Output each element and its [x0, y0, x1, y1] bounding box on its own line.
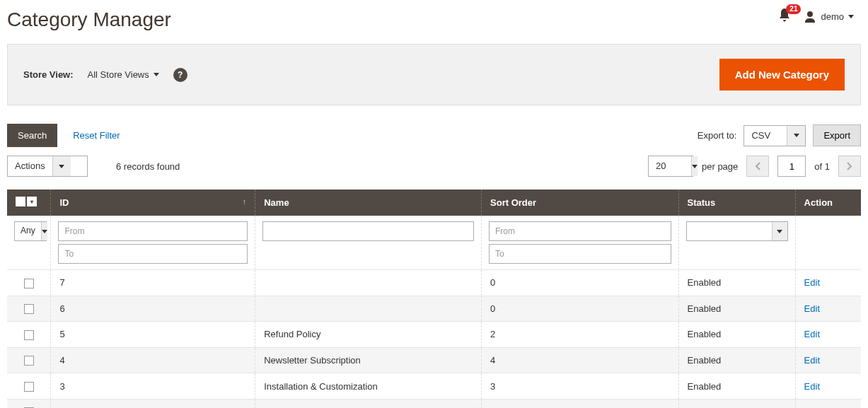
filter-sort-from[interactable]	[489, 221, 671, 241]
category-table: ▾ ID↑ Name Sort Order Status Action Any	[7, 190, 861, 408]
cell-name: Installation & Customization	[255, 373, 482, 400]
chevron-down-icon	[772, 222, 787, 240]
cell-status: Enabled	[678, 270, 795, 296]
reset-filter-button[interactable]: Reset Filter	[73, 130, 120, 141]
cell-sort: 4	[482, 347, 679, 373]
filter-checkbox-select[interactable]: Any	[14, 221, 47, 241]
cell-sort: 3	[482, 373, 679, 400]
chevron-down-icon	[691, 156, 698, 176]
filter-sort-to[interactable]	[489, 244, 671, 264]
chevron-down-icon	[41, 222, 47, 240]
filter-id-to[interactable]	[58, 244, 248, 264]
store-view-value: All Store Views	[88, 69, 149, 80]
cell-status: Enabled	[678, 296, 795, 322]
cell-status: Enabled	[678, 373, 795, 400]
page-of-label: of 1	[814, 161, 830, 172]
chevron-down-icon	[52, 156, 71, 176]
col-id[interactable]: ID↑	[51, 190, 255, 216]
cell-status: Enabled	[678, 322, 795, 348]
table-row[interactable]: 60EnabledEdit	[7, 296, 861, 322]
cell-sort: 2	[482, 322, 679, 348]
user-menu[interactable]: demo	[804, 10, 854, 23]
cell-name: Refund Policy	[255, 322, 482, 348]
per-page-select[interactable]: 20	[648, 156, 693, 177]
edit-link[interactable]: Edit	[804, 329, 820, 339]
filter-id-from[interactable]	[58, 221, 248, 241]
filter-name[interactable]	[262, 221, 474, 241]
edit-link[interactable]: Edit	[804, 277, 820, 288]
chevron-down-icon: ▾	[27, 197, 37, 206]
col-name[interactable]: Name	[255, 190, 482, 216]
page-title: Category Manager	[7, 8, 171, 31]
sort-asc-icon: ↑	[243, 197, 247, 206]
next-page-button[interactable]	[838, 156, 861, 177]
export-format-select[interactable]: CSV	[743, 125, 806, 146]
cell-sort: 0	[482, 296, 679, 322]
export-label: Export to:	[698, 130, 737, 141]
filter-status-select[interactable]	[686, 221, 788, 241]
cell-id: 5	[51, 322, 255, 348]
row-checkbox[interactable]	[24, 279, 34, 288]
col-sort[interactable]: Sort Order	[482, 190, 679, 216]
page-input[interactable]	[777, 156, 806, 177]
add-category-button[interactable]: Add New Category	[719, 59, 845, 91]
help-icon[interactable]: ?	[173, 68, 187, 82]
cell-id: 3	[51, 373, 255, 400]
cell-status: Enabled	[678, 347, 795, 373]
cell-id: 4	[51, 347, 255, 373]
cell-sort: 1	[482, 399, 679, 408]
cell-name	[255, 270, 482, 296]
cell-id: 1	[51, 399, 255, 408]
col-action: Action	[795, 190, 861, 216]
chevron-right-icon	[847, 162, 852, 170]
store-view-label: Store View:	[23, 69, 74, 80]
chevron-left-icon	[755, 162, 760, 170]
store-view-select[interactable]: All Store Views	[88, 69, 159, 80]
table-row[interactable]: 3Installation & Customization3EnabledEdi…	[7, 373, 861, 400]
edit-link[interactable]: Edit	[804, 381, 820, 392]
notifications-button[interactable]: 21	[778, 8, 794, 24]
cell-status: Enabled	[678, 399, 795, 408]
actions-select[interactable]: Actions	[7, 156, 88, 177]
export-button[interactable]: Export	[813, 124, 861, 146]
export-format-value: CSV	[744, 126, 787, 146]
row-checkbox[interactable]	[24, 304, 34, 314]
row-checkbox[interactable]	[24, 356, 34, 366]
table-row[interactable]: 4Newsletter Subscription4EnabledEdit	[7, 347, 861, 373]
table-row[interactable]: 5Refund Policy2EnabledEdit	[7, 322, 861, 348]
filter-status-value	[687, 222, 772, 240]
filter-checkbox-value: Any	[15, 222, 41, 240]
actions-value: Actions	[8, 156, 52, 176]
cell-id: 6	[51, 296, 255, 322]
cell-name: Newsletter Subscription	[255, 347, 482, 373]
col-status[interactable]: Status	[678, 190, 795, 216]
chevron-down-icon	[848, 15, 854, 18]
chevron-down-icon	[154, 73, 159, 76]
edit-link[interactable]: Edit	[804, 355, 820, 366]
per-page-label: per page	[702, 161, 738, 172]
checkbox-icon	[16, 197, 25, 206]
edit-link[interactable]: Edit	[804, 303, 820, 314]
table-row[interactable]: 70EnabledEdit	[7, 270, 861, 296]
col-checkbox[interactable]: ▾	[7, 190, 51, 216]
svg-point-0	[807, 11, 813, 17]
row-checkbox[interactable]	[24, 330, 34, 340]
cell-name	[255, 296, 482, 322]
chevron-down-icon	[787, 126, 805, 146]
search-button[interactable]: Search	[7, 124, 57, 147]
cell-id: 7	[51, 270, 255, 296]
records-count: 6 records found	[116, 161, 180, 172]
per-page-value: 20	[649, 156, 691, 176]
notification-count: 21	[786, 4, 801, 14]
table-row[interactable]: 1Policy1EnabledEdit	[7, 399, 861, 408]
cell-name: Policy	[255, 399, 482, 408]
user-icon	[804, 10, 816, 23]
prev-page-button[interactable]	[746, 156, 769, 177]
row-checkbox[interactable]	[24, 382, 34, 392]
user-name: demo	[821, 11, 844, 22]
cell-sort: 0	[482, 270, 679, 296]
